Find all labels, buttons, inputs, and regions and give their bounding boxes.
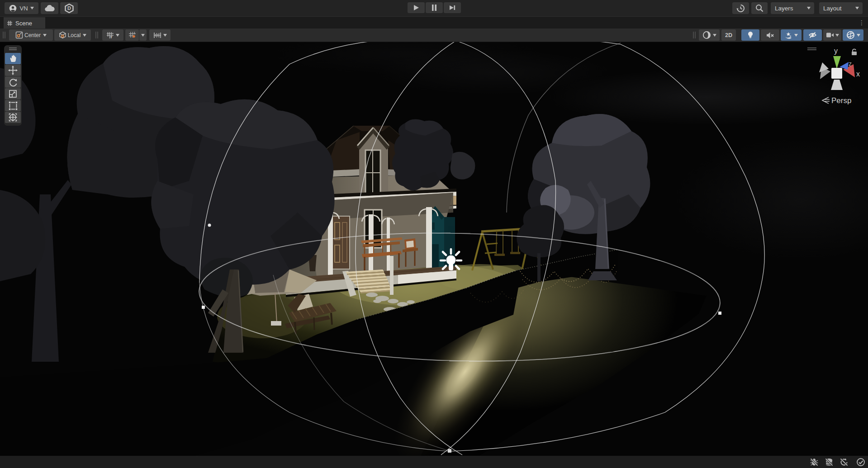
svg-text:z: z: [849, 60, 852, 67]
svg-text:y: y: [834, 47, 838, 55]
svg-text:Persp: Persp: [831, 96, 851, 105]
svg-text:x: x: [856, 70, 860, 78]
svg-text:D: D: [67, 5, 71, 11]
svg-text:Y: Y: [110, 35, 112, 39]
